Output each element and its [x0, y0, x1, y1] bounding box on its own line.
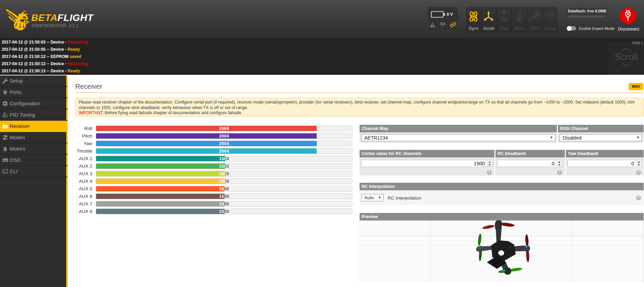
svg-text:OSD: OSD	[3, 159, 7, 162]
svg-text:N: N	[501, 15, 507, 24]
